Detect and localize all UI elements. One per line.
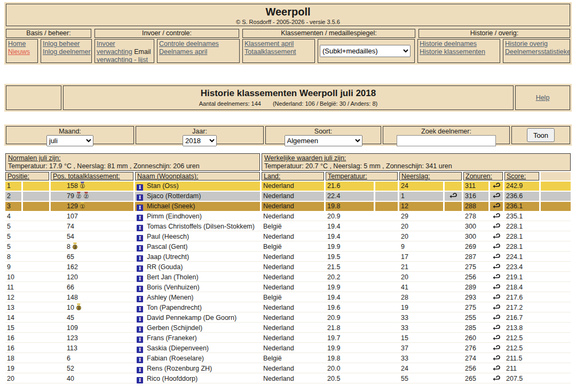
sunshine-flag-cell <box>490 293 503 302</box>
historie-klassementen-link[interactable]: Historie klassementen <box>420 48 498 56</box>
precipitation-flag-cell <box>445 303 462 312</box>
klassement-april-link[interactable]: Klassement april <box>244 40 313 48</box>
temperature-extra-cell <box>375 293 398 302</box>
sunshine-flag-cell <box>490 232 503 241</box>
subkl-medailles-select[interactable]: (Subkl+medailles) <box>320 45 411 57</box>
precipitation-flag-cell <box>445 334 462 343</box>
col-header-naam[interactable]: Naam (Woonplaats): <box>135 172 260 181</box>
col-header-zonuren[interactable]: Zonuren: <box>463 172 503 181</box>
precipitation-cell: 20 <box>399 222 443 231</box>
deelnames-april-link[interactable]: Deelnames april <box>159 48 238 56</box>
participant-info-icon[interactable]: I <box>137 235 143 241</box>
score-extra-cell <box>541 242 571 252</box>
temperature-cell: 19.8 <box>326 202 374 211</box>
precipitation-cell: 55 <box>399 374 443 383</box>
temperature-extra-cell <box>375 344 398 353</box>
participant-info-icon[interactable]: I <box>137 306 143 312</box>
participant-info-icon[interactable]: I <box>137 194 143 201</box>
month-filter-box: Maand: juli <box>6 126 134 144</box>
title-band: Historie klassementen Weerpoll juli 2018… <box>4 84 572 112</box>
name-cell: IRens (Rozenburg ZH) <box>135 364 260 373</box>
country-cell: Nederland <box>262 253 324 262</box>
total-rank-value: 74 <box>67 223 74 230</box>
participant-info-icon[interactable]: I <box>137 326 143 333</box>
table-row: 16123IFrans (Franeker)Nederland19.715260… <box>5 334 571 343</box>
participant-info-icon[interactable]: I <box>137 255 143 262</box>
precipitation-flag-cell <box>445 242 462 252</box>
participant-info-icon[interactable]: I <box>137 205 143 211</box>
table-rows: 11581IStan (Oss)Nederland21.624311242.92… <box>5 182 571 383</box>
col-header-pos-totaalklassement[interactable]: Pos. totaalklassement: <box>51 172 133 181</box>
nav-cell-historie: Historie deelnames Historie klassementen <box>417 39 500 63</box>
precipitation-flag-cell <box>445 212 462 221</box>
participant-info-icon[interactable]: I <box>137 367 143 373</box>
col-header-positie[interactable]: Positie: <box>5 172 49 181</box>
sunshine-flag-cell <box>490 303 503 312</box>
closest-value-arrow-icon <box>493 202 501 210</box>
participant-count: Aantal deelnemers: 144 <box>199 100 261 107</box>
sunshine-flag-cell <box>490 253 503 262</box>
total-rank-value: 109 <box>67 324 78 332</box>
total-rank-value: 66 <box>67 284 74 291</box>
inlog-deelnemer-link[interactable]: Inlog deelnemer <box>43 48 90 56</box>
col-header-neerslag[interactable]: Neerslag: <box>399 172 462 181</box>
totaalklassement-link[interactable]: Totaalklassement <box>244 48 313 56</box>
help-link[interactable]: Help <box>536 94 550 101</box>
temperature-extra-cell <box>375 232 398 241</box>
precipitation-flag-cell <box>445 313 462 323</box>
participant-info-icon[interactable]: I <box>137 215 143 221</box>
invoer-verwachting-link[interactable]: Invoer verwachting <box>97 40 132 56</box>
participant-info-icon[interactable]: I <box>137 184 143 191</box>
participant-info-icon[interactable]: I <box>137 347 143 353</box>
participant-name: Pimm (Eindhoven) <box>147 213 202 220</box>
deelnemersstatistieken-link[interactable]: Deelnemersstatistieken <box>505 48 568 56</box>
type-select[interactable]: Algemeen <box>285 135 362 146</box>
home-link[interactable]: Home <box>8 40 36 48</box>
email-verwachting-lijst-link[interactable]: verwachting - lijst <box>97 56 148 63</box>
score-cell: 213.8 <box>504 324 539 333</box>
closest-value-arrow-icon <box>493 273 501 281</box>
historie-deelnames-link[interactable]: Historie deelnames <box>420 40 498 48</box>
table-row: 1445IDavid Pennekamp (De Goorn)Nederland… <box>5 313 571 323</box>
participant-info-icon[interactable]: I <box>137 225 143 231</box>
participant-info-icon[interactable]: I <box>137 316 143 323</box>
historie-overig-link[interactable]: Historie overig <box>505 40 568 48</box>
nav-cell-home-nieuws: Home Nieuws <box>6 39 38 63</box>
temperature-extra-cell <box>375 324 398 333</box>
month-select[interactable]: juli <box>46 135 93 146</box>
col-header-score[interactable]: Score: <box>504 172 539 181</box>
participant-info-icon[interactable]: I <box>137 286 143 292</box>
col-header-temperatuur[interactable]: Temperatuur: <box>326 172 398 181</box>
table-row: 31291IMichael (Sneek)Nederland19.8122882… <box>5 202 571 211</box>
normals-values: Temperatuur: 17.9 °C , Neerslag: 81 mm ,… <box>8 162 257 170</box>
sunshine-cell: 311 <box>463 182 488 191</box>
participant-info-icon[interactable]: I <box>137 245 143 252</box>
show-button-box: Toon <box>511 126 570 144</box>
participant-info-icon[interactable]: I <box>137 265 143 272</box>
name-cell: IBert Jan (Tholen) <box>135 273 260 282</box>
participant-info-icon[interactable]: I <box>137 296 143 302</box>
country-cell: België <box>262 293 324 302</box>
nav-cell-inlog: Inlog beheer Inlog deelnemer <box>41 39 92 63</box>
country-cell: Nederland <box>262 212 324 221</box>
year-select[interactable]: 2018 <box>183 135 217 146</box>
col-header-land[interactable]: Land: <box>262 172 324 181</box>
nav-cell-row: Home Nieuws Inlog beheer Inlog deelnemer… <box>6 39 570 63</box>
participant-info-icon[interactable]: I <box>137 336 143 343</box>
controle-deelnames-link[interactable]: Controle deelnames <box>159 40 238 48</box>
participant-info-icon[interactable]: I <box>137 357 143 363</box>
participant-info-icon[interactable]: I <box>137 276 143 282</box>
closest-value-arrow-icon <box>493 233 501 240</box>
temperature-cell: 20.9 <box>326 212 374 221</box>
inlog-beheer-link[interactable]: Inlog beheer <box>43 40 90 48</box>
nieuws-link[interactable]: Nieuws <box>8 48 36 56</box>
closest-value-arrow-icon <box>493 263 501 271</box>
precipitation-cell: 41 <box>399 283 443 292</box>
medal-icon: 3 <box>72 242 78 249</box>
participant-info-icon[interactable]: I <box>137 377 143 383</box>
name-cell: ITon (Papendrecht) <box>135 303 260 312</box>
score-extra-cell <box>541 253 571 262</box>
search-participant-input[interactable] <box>397 135 496 146</box>
participant-name: Gerben (Schijndel) <box>147 324 202 332</box>
toon-button[interactable]: Toon <box>527 128 555 142</box>
